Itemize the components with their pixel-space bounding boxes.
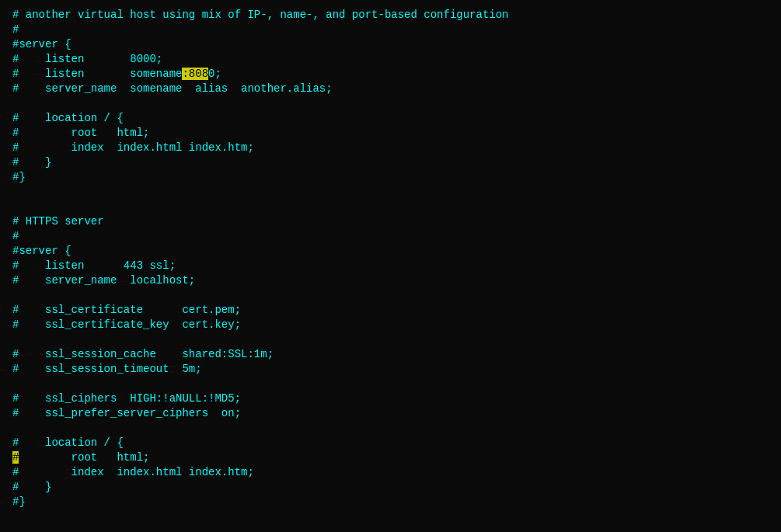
- line-text: 0;: [208, 68, 221, 80]
- editor-line: #server {: [12, 37, 769, 52]
- editor-line: # listen 8000;: [12, 52, 769, 67]
- editor-line: #server {: [12, 244, 769, 259]
- editor-line: # server_name somename alias another.ali…: [12, 82, 769, 96]
- editor-line: # root html;: [12, 450, 769, 465]
- editor-line: # root html;: [12, 126, 769, 141]
- editor-line: # index index.html index.htm;: [12, 141, 769, 155]
- line-text: root html;: [19, 451, 149, 464]
- editor-line: [12, 185, 769, 200]
- editor-line: # ssl_certificate cert.pem;: [12, 303, 769, 318]
- editor-line: [12, 332, 769, 347]
- editor-line: [12, 288, 769, 303]
- editor-line: # }: [12, 155, 769, 170]
- code-editor[interactable]: # another virtual host using mix of IP-,…: [0, 0, 781, 532]
- editor-line: # ssl_certificate_key cert.key;: [12, 318, 769, 332]
- highlighted-text: :808: [182, 68, 208, 80]
- editor-line: # ssl_session_timeout 5m;: [12, 362, 769, 377]
- editor-line: # HTTPS server: [12, 214, 769, 229]
- editor-line: #}: [12, 170, 769, 185]
- editor-line: [12, 377, 769, 391]
- editor-line: #}: [12, 495, 769, 509]
- line-text: # listen somename: [12, 68, 182, 80]
- editor-line: [12, 96, 769, 111]
- editor-line: # ssl_prefer_server_ciphers on;: [12, 406, 769, 421]
- editor-line: [12, 200, 769, 214]
- editor-line: [12, 421, 769, 436]
- editor-line: # location / {: [12, 111, 769, 126]
- editor-line: # ssl_session_cache shared:SSL:1m;: [12, 347, 769, 362]
- editor-line: # listen somename:8080;: [12, 67, 769, 82]
- editor-line: # server_name localhost;: [12, 273, 769, 288]
- editor-line: # }: [12, 480, 769, 495]
- editor-line: # listen 443 ssl;: [12, 259, 769, 273]
- editor-line: # ssl_ciphers HIGH:!aNULL:!MD5;: [12, 391, 769, 406]
- editor-line: #: [12, 23, 769, 37]
- editor-line: # location / {: [12, 436, 769, 450]
- editor-line: # index index.html index.htm;: [12, 465, 769, 480]
- editor-line: # another virtual host using mix of IP-,…: [12, 8, 769, 23]
- editor-line: #: [12, 229, 769, 244]
